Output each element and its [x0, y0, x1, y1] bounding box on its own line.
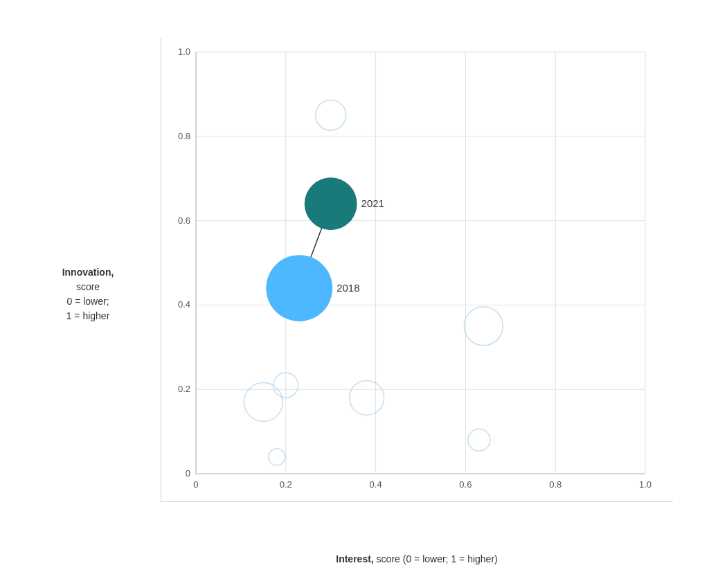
- svg-text:0: 0: [186, 468, 190, 479]
- x-axis-label-bold: Interest,: [336, 553, 373, 564]
- chart-inner: 00.20.40.60.81.000.20.40.60.81.020212018: [161, 38, 673, 501]
- svg-text:0.6: 0.6: [178, 215, 190, 225]
- svg-point-29: [350, 380, 384, 415]
- svg-text:1.0: 1.0: [639, 479, 652, 490]
- x-axis-label-rest: score (0 = lower; 1 = higher): [374, 553, 498, 564]
- svg-text:0.8: 0.8: [549, 479, 562, 490]
- svg-point-32: [305, 177, 357, 230]
- svg-point-34: [266, 255, 332, 321]
- chart-area: 00.20.40.60.81.000.20.40.60.81.020212018: [161, 38, 673, 502]
- svg-point-25: [316, 100, 346, 130]
- svg-text:0.6: 0.6: [459, 479, 472, 490]
- svg-text:2018: 2018: [336, 282, 359, 294]
- svg-point-31: [468, 429, 490, 451]
- svg-text:1.0: 1.0: [178, 46, 190, 56]
- svg-point-28: [269, 448, 285, 465]
- svg-text:0: 0: [193, 479, 198, 490]
- svg-text:0.4: 0.4: [178, 299, 190, 310]
- svg-point-26: [244, 382, 282, 421]
- chart-container: Innovation, score 0 = lower; 1 = higher …: [22, 17, 687, 571]
- y-axis-label: Innovation, score 0 = lower; 1 = higher: [22, 265, 154, 323]
- svg-text:0.8: 0.8: [178, 130, 190, 141]
- svg-text:2021: 2021: [361, 197, 384, 209]
- svg-text:0.2: 0.2: [280, 479, 292, 490]
- y-axis-label-higher: 1 = higher: [66, 310, 110, 321]
- svg-text:0.2: 0.2: [178, 384, 190, 394]
- svg-text:0.4: 0.4: [370, 479, 382, 490]
- svg-point-30: [464, 306, 503, 345]
- chart-svg: 00.20.40.60.81.000.20.40.60.81.020212018: [161, 38, 673, 501]
- y-axis-label-score: score: [76, 281, 100, 292]
- x-axis-label: Interest, score (0 = lower; 1 = higher): [161, 553, 673, 564]
- y-axis-label-bold: Innovation,: [62, 267, 114, 278]
- y-axis-label-lower: 0 = lower;: [66, 296, 109, 307]
